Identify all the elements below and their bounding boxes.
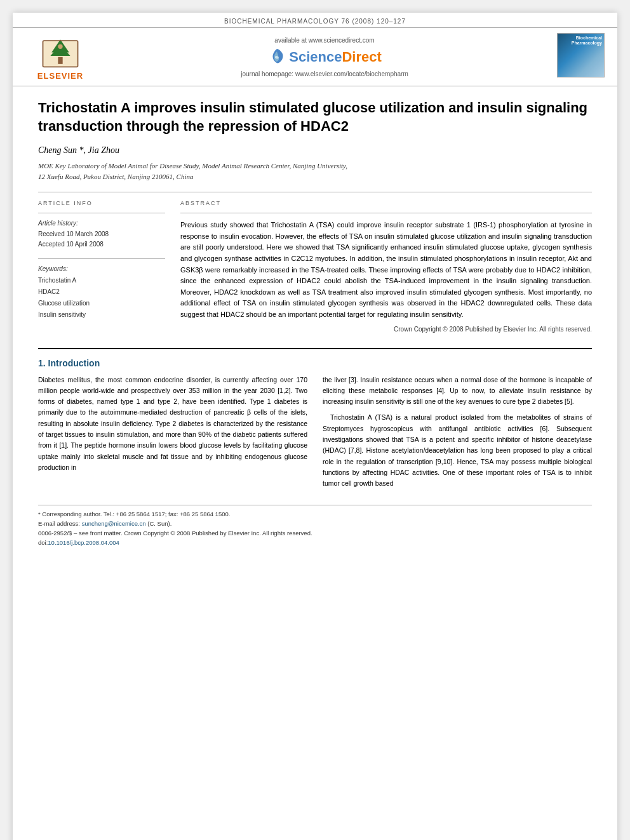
divider-abstract bbox=[180, 213, 592, 213]
license-footnote: 0006-2952/$ – see front matter. Crown Co… bbox=[38, 528, 592, 538]
intro-col-left: Diabetes mellitus, the most common endoc… bbox=[38, 375, 307, 495]
authors: Cheng Sun *, Jia Zhou bbox=[38, 145, 592, 156]
affiliation: MOE Key Laboratory of Model Animal for D… bbox=[38, 161, 592, 182]
svg-point-4 bbox=[58, 44, 62, 49]
doi-link[interactable]: 10.1016/j.bcp.2008.04.004 bbox=[48, 539, 119, 546]
abstract-label: Abstract bbox=[180, 200, 592, 206]
email-footnote: E-mail address: suncheng@nicemice.cn (C.… bbox=[38, 519, 592, 528]
article-info-label: Article Info bbox=[38, 200, 165, 206]
divider-kw bbox=[38, 258, 165, 259]
history-heading: Article history: bbox=[38, 220, 165, 227]
intro-para-2: the liver [3]. Insulin resistance occurs… bbox=[323, 375, 592, 408]
abstract-text: Previous study showed that Trichostatin … bbox=[180, 220, 592, 320]
keyword-3: Glucose utilization bbox=[38, 298, 165, 309]
journal-header: Biochemical Pharmacology 76 (2008) 120–1… bbox=[13, 13, 617, 27]
available-text: available at www.sciencedirect.com bbox=[274, 37, 374, 44]
introduction-section: 1. Introduction Diabetes mellitus, the m… bbox=[38, 348, 592, 495]
journal-citation: Biochemical Pharmacology 76 (2008) 120–1… bbox=[224, 18, 406, 25]
divider-info bbox=[38, 213, 165, 213]
corresponding-author: * Corresponding author. Tel.: +86 25 586… bbox=[38, 509, 592, 519]
intro-heading: 1. Introduction bbox=[38, 358, 592, 368]
science-text: Science bbox=[289, 49, 342, 65]
intro-number: 1. bbox=[38, 358, 46, 368]
keywords-list: Trichostatin A HDAC2 Glucose utilization… bbox=[38, 275, 165, 321]
intro-para-1: Diabetes mellitus, the most common endoc… bbox=[38, 375, 307, 474]
article-info-column: Article Info Article history: Received 1… bbox=[38, 200, 165, 332]
elsevier-logo: ELSEVIER bbox=[25, 33, 95, 81]
keywords-section: Keywords: Trichostatin A HDAC2 Glucose u… bbox=[38, 265, 165, 321]
intro-col-right: the liver [3]. Insulin resistance occurs… bbox=[323, 375, 592, 495]
intro-title: Introduction bbox=[48, 358, 100, 368]
divider-1 bbox=[38, 192, 592, 192]
accepted-date: Accepted 10 April 2008 bbox=[38, 239, 165, 250]
center-banner: available at www.sciencedirect.com Scien… bbox=[95, 37, 554, 77]
main-content: Trichostatin A improves insulin stimulat… bbox=[13, 86, 617, 560]
direct-text: Direct bbox=[342, 49, 381, 65]
copyright-text: Crown Copyright © 2008 Published by Else… bbox=[180, 326, 592, 333]
abstract-column: Abstract Previous study showed that Tric… bbox=[180, 200, 592, 332]
author-names: Cheng Sun *, Jia Zhou bbox=[38, 145, 119, 155]
email-link[interactable]: suncheng@nicemice.cn bbox=[82, 520, 146, 527]
intro-body: Diabetes mellitus, the most common endoc… bbox=[38, 375, 592, 495]
article-title: Trichostatin A improves insulin stimulat… bbox=[38, 99, 592, 135]
article-history: Article history: Received 10 March 2008 … bbox=[38, 220, 165, 250]
keyword-2: HDAC2 bbox=[38, 286, 165, 298]
top-banner: ELSEVIER available at www.sciencedirect.… bbox=[13, 27, 617, 86]
elsevier-tree-icon bbox=[35, 35, 86, 70]
elsevier-wordmark: ELSEVIER bbox=[37, 71, 83, 81]
affiliation-text: MOE Key Laboratory of Model Animal for D… bbox=[38, 162, 347, 180]
keyword-4: Insulin sensitivity bbox=[38, 309, 165, 321]
journal-url: journal homepage: www.elsevier.com/locat… bbox=[241, 70, 408, 77]
sciencedirect-logo: ScienceDirect bbox=[267, 48, 382, 67]
cover-image: Biochemical Pharmacology bbox=[557, 33, 605, 77]
doi-footnote: doi:10.1016/j.bcp.2008.04.004 bbox=[38, 538, 592, 547]
page: Biochemical Pharmacology 76 (2008) 120–1… bbox=[13, 13, 617, 840]
sciencedirect-text: ScienceDirect bbox=[289, 49, 382, 65]
intro-para-3-text: Trichostatin A (TSA) is a natural produc… bbox=[323, 413, 592, 487]
footnote-section: * Corresponding author. Tel.: +86 25 586… bbox=[38, 505, 592, 548]
email-person: (C. Sun). bbox=[147, 520, 171, 527]
received-date: Received 10 March 2008 bbox=[38, 229, 165, 239]
cover-title-text: Biochemical Pharmacology bbox=[560, 36, 602, 46]
keyword-1: Trichostatin A bbox=[38, 275, 165, 286]
sciencedirect-icon bbox=[267, 48, 286, 67]
svg-rect-1 bbox=[58, 57, 62, 64]
article-info-abstract: Article Info Article history: Received 1… bbox=[38, 200, 592, 332]
keywords-heading: Keywords: bbox=[38, 265, 165, 272]
doi-label: doi: bbox=[38, 539, 48, 546]
journal-cover: Biochemical Pharmacology bbox=[554, 33, 605, 81]
intro-para-3: Trichostatin A (TSA) is a natural produc… bbox=[323, 412, 592, 489]
